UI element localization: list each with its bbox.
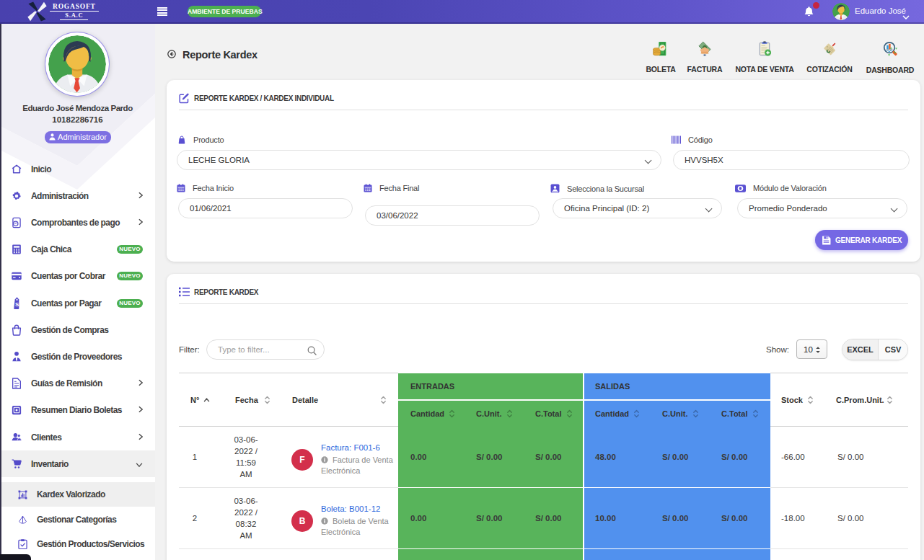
- svg-text:S: S: [14, 301, 18, 308]
